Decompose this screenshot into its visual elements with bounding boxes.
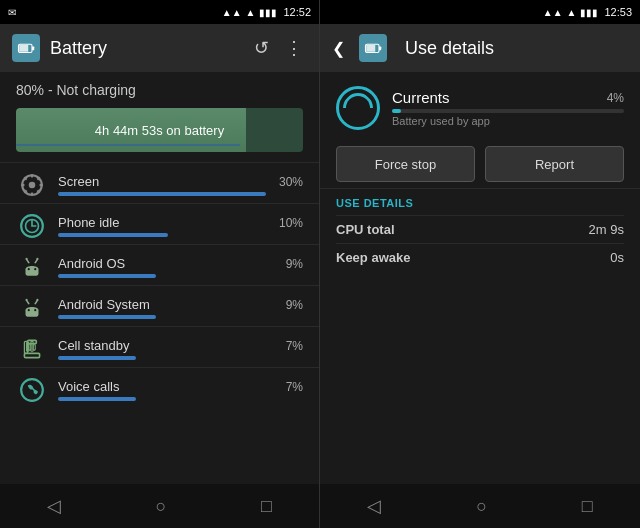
- action-buttons-row: Force stop Report: [336, 146, 624, 182]
- right-battery-icon: ▮▮▮: [580, 7, 598, 18]
- svg-point-22: [34, 309, 36, 311]
- svg-point-4: [29, 182, 36, 189]
- app-name: Currents: [392, 89, 450, 106]
- svg-point-16: [34, 268, 36, 270]
- currents-app-icon: [336, 86, 380, 130]
- svg-point-15: [28, 268, 30, 270]
- report-button[interactable]: Report: [485, 146, 624, 182]
- right-home-button[interactable]: ○: [476, 496, 487, 517]
- battery-item-android-system[interactable]: Android System 9%: [0, 285, 319, 326]
- android-os-pct: 9%: [286, 257, 303, 271]
- refresh-button[interactable]: ↺: [250, 33, 273, 63]
- svg-point-34: [21, 379, 43, 401]
- voice-calls-icon: [16, 374, 48, 406]
- left-nav-bar: ◁ ○ □: [0, 484, 319, 528]
- app-pct: 4%: [607, 91, 624, 105]
- svg-rect-1: [32, 47, 34, 51]
- left-title: Battery: [50, 38, 240, 59]
- battery-bar-container: 4h 44m 53s on battery: [16, 108, 303, 152]
- use-details-section: USE DETAILS CPU total 2m 9s Keep awake 0…: [320, 189, 640, 275]
- svg-rect-37: [366, 45, 375, 52]
- android-system-content: Android System 9%: [58, 297, 303, 319]
- android-os-icon: [16, 251, 48, 283]
- left-status-bar: ✉ ▲▲ ▲ ▮▮▮ 12:52: [0, 0, 319, 24]
- android-os-row: Android OS 9%: [58, 256, 303, 271]
- cell-standby-row: Cell standby 7%: [58, 338, 303, 353]
- android-system-row: Android System 9%: [58, 297, 303, 312]
- cell-standby-pct: 7%: [286, 339, 303, 353]
- right-nav-bar: ◁ ○ □: [320, 484, 640, 528]
- use-details-header: USE DETAILS: [336, 197, 624, 209]
- right-time-display: 12:53: [604, 6, 632, 18]
- android-os-bar: [58, 274, 156, 278]
- screen-item-content: Screen 30%: [58, 174, 303, 196]
- battery-bar-background: 4h 44m 53s on battery: [16, 108, 303, 152]
- detail-row-keep-awake: Keep awake 0s: [336, 243, 624, 271]
- menu-button[interactable]: ⋮: [281, 33, 307, 63]
- svg-rect-33: [24, 353, 39, 357]
- screen-item-row: Screen 30%: [58, 174, 303, 189]
- app-info-details: Currents 4% Battery used by app: [392, 89, 624, 127]
- battery-curve-line: [16, 144, 240, 146]
- screen: ✉ ▲▲ ▲ ▮▮▮ 12:52 Battery ↺ ⋮ 80% - No: [0, 0, 640, 528]
- android-system-name: Android System: [58, 297, 150, 312]
- right-status-bar: ▲▲ ▲ ▮▮▮ 12:53: [320, 0, 640, 24]
- right-back-nav-button[interactable]: ◁: [367, 495, 381, 517]
- right-spacer: [320, 275, 640, 484]
- left-panel: ✉ ▲▲ ▲ ▮▮▮ 12:52 Battery ↺ ⋮ 80% - No: [0, 0, 320, 528]
- android-system-bar: [58, 315, 156, 319]
- svg-point-20: [36, 258, 38, 260]
- left-status-icons: ✉: [8, 7, 16, 18]
- cell-standby-content: Cell standby 7%: [58, 338, 303, 360]
- svg-point-25: [26, 299, 28, 301]
- svg-point-19: [26, 258, 28, 260]
- battery-nav-icon: [12, 34, 40, 62]
- force-stop-button[interactable]: Force stop: [336, 146, 475, 182]
- voice-calls-name: Voice calls: [58, 379, 119, 394]
- battery-time-text: 4h 44m 53s on battery: [95, 123, 224, 138]
- cpu-total-value: 2m 9s: [589, 222, 624, 237]
- voice-calls-content: Voice calls 7%: [58, 379, 303, 401]
- right-back-button[interactable]: ❮: [332, 39, 345, 58]
- right-recent-button[interactable]: □: [582, 496, 593, 517]
- notification-icon: ✉: [8, 7, 16, 18]
- left-back-button[interactable]: ◁: [47, 495, 61, 517]
- screen-icon: [16, 169, 48, 201]
- left-top-bar: Battery ↺ ⋮: [0, 24, 319, 72]
- detail-row-cpu: CPU total 2m 9s: [336, 215, 624, 243]
- android-os-content: Android OS 9%: [58, 256, 303, 278]
- android-os-name: Android OS: [58, 256, 125, 271]
- cell-standby-icon: [16, 333, 48, 365]
- battery-items-list: Screen 30% Phone idle: [0, 162, 319, 484]
- screen-item-name: Screen: [58, 174, 99, 189]
- charging-status: 80% - Not charging: [0, 72, 319, 104]
- keep-awake-value: 0s: [610, 250, 624, 265]
- battery-item-phone-idle[interactable]: Phone idle 10%: [0, 203, 319, 244]
- phone-idle-pct: 10%: [279, 216, 303, 230]
- svg-rect-2: [19, 45, 28, 52]
- left-recent-button[interactable]: □: [261, 496, 272, 517]
- battery-item-android-os[interactable]: Android OS 9%: [0, 244, 319, 285]
- app-subtitle: Battery used by app: [392, 115, 624, 127]
- cpu-total-label: CPU total: [336, 222, 395, 237]
- svg-rect-36: [379, 47, 381, 51]
- wifi-icon: ▲: [246, 7, 256, 18]
- phone-idle-name: Phone idle: [58, 215, 119, 230]
- signal-icon: ▲▲: [222, 7, 242, 18]
- right-signal-icon: ▲▲: [543, 7, 563, 18]
- phone-idle-row: Phone idle 10%: [58, 215, 303, 230]
- phone-idle-content: Phone idle 10%: [58, 215, 303, 237]
- battery-item-voice-calls[interactable]: Voice calls 7%: [0, 367, 319, 408]
- right-wifi-icon: ▲: [567, 7, 577, 18]
- android-system-icon: [16, 292, 48, 324]
- svg-point-26: [36, 299, 38, 301]
- screen-item-bar: [58, 192, 266, 196]
- time-display: 12:52: [283, 6, 311, 18]
- voice-calls-row: Voice calls 7%: [58, 379, 303, 394]
- battery-item-screen[interactable]: Screen 30%: [0, 162, 319, 203]
- phone-idle-icon: [16, 210, 48, 242]
- battery-item-cell-standby[interactable]: Cell standby 7%: [0, 326, 319, 367]
- app-usage-bar-container: [392, 109, 624, 113]
- left-home-button[interactable]: ○: [156, 496, 167, 517]
- screen-item-pct: 30%: [279, 175, 303, 189]
